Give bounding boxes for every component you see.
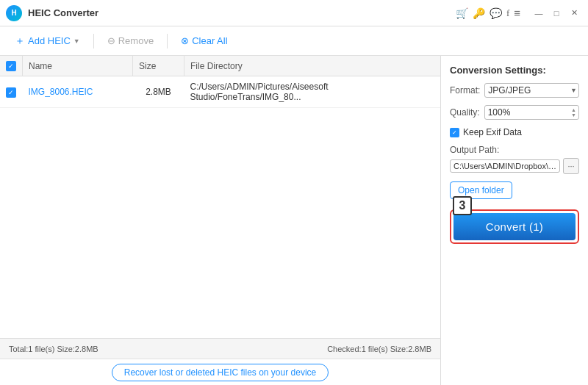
- convert-button[interactable]: Convert (1): [453, 213, 576, 240]
- format-label: Format:: [450, 85, 480, 96]
- step-badge: 3: [453, 196, 472, 215]
- title-bar: H HEIC Converter 🛒 🔑 💬 f ≡ — □ ✕: [0, 0, 588, 26]
- header-check: ✓: [0, 56, 23, 76]
- toolbar: ＋ Add HEIC ▼ ⊖ Remove ⊗ Clear All: [0, 26, 588, 56]
- quality-row: Quality: ▲ ▼: [450, 105, 579, 120]
- status-total: Total:1 file(s) Size:2.8MB: [9, 345, 98, 353]
- status-checked: Checked:1 file(s) Size:2.8MB: [327, 345, 431, 353]
- row-size: 2.8MB: [133, 76, 184, 108]
- quality-wrapper: ▲ ▼: [484, 105, 579, 120]
- menu-icon[interactable]: ≡: [514, 7, 520, 19]
- minimize-button[interactable]: —: [531, 5, 547, 21]
- add-heic-label: Add HEIC: [28, 35, 71, 46]
- add-heic-button[interactable]: ＋ Add HEIC ▼: [9, 32, 86, 51]
- app-logo: H: [6, 5, 22, 21]
- quality-spinners: ▲ ▼: [570, 105, 578, 120]
- row-checkbox-cell: ✓: [0, 76, 23, 108]
- clear-all-label: Clear All: [192, 35, 227, 46]
- remove-icon: ⊖: [107, 35, 115, 46]
- output-path-row: C:\Users\ADMIN\Dropbox\PC\ ···: [450, 158, 579, 174]
- maximize-button[interactable]: □: [548, 5, 564, 21]
- file-list-body: ✓ Name Size File Directory: [0, 56, 440, 338]
- browse-path-button[interactable]: ···: [563, 158, 579, 174]
- window-controls: — □ ✕: [531, 5, 582, 21]
- facebook-icon[interactable]: f: [506, 7, 509, 19]
- key-icon[interactable]: 🔑: [473, 7, 485, 19]
- keep-exif-row: ✓ Keep Exif Data: [450, 127, 579, 137]
- output-path-label: Output Path:: [450, 145, 579, 155]
- remove-button[interactable]: ⊖ Remove: [101, 32, 159, 49]
- remove-label: Remove: [118, 35, 154, 46]
- quality-down-icon[interactable]: ▼: [570, 112, 578, 118]
- file-area: ✓ Name Size File Directory: [0, 56, 441, 385]
- clear-all-button[interactable]: ⊗ Clear All: [175, 32, 233, 49]
- main-content: ✓ Name Size File Directory: [0, 56, 588, 385]
- keep-exif-checkbox[interactable]: ✓: [450, 128, 459, 137]
- add-icon: ＋: [15, 35, 25, 48]
- row-name: IMG_8006.HEIC: [23, 76, 133, 108]
- format-select-wrapper: JPG/JPEG PNG PDF GIF BMP ▼: [484, 83, 579, 98]
- dropdown-arrow-icon: ▼: [74, 37, 80, 45]
- chat-icon[interactable]: 💬: [490, 7, 502, 19]
- row-checkbox[interactable]: ✓: [6, 87, 16, 98]
- table-header-row: ✓ Name Size File Directory: [0, 56, 440, 76]
- table-row: ✓ IMG_8006.HEIC 2.8MB C:/Users/ADMIN/Pic…: [0, 76, 440, 108]
- close-button[interactable]: ✕: [566, 5, 582, 21]
- quality-label: Quality:: [450, 107, 480, 118]
- quality-input[interactable]: [484, 105, 579, 120]
- title-bar-icons: 🛒 🔑 💬 f ≡ — □ ✕: [456, 5, 582, 21]
- output-path-section: Output Path: C:\Users\ADMIN\Dropbox\PC\ …: [450, 145, 579, 174]
- header-size: Size: [133, 56, 184, 76]
- cart-icon[interactable]: 🛒: [456, 7, 468, 19]
- row-directory: C:/Users/ADMIN/Pictures/Aiseesoft Studio…: [184, 76, 441, 108]
- toolbar-divider-2: [167, 34, 168, 48]
- convert-area: 3 Convert (1): [450, 209, 579, 244]
- header-directory: File Directory: [184, 56, 441, 76]
- format-row: Format: JPG/JPEG PNG PDF GIF BMP ▼: [450, 83, 579, 98]
- recover-button[interactable]: Recover lost or deleted HEIC files on yo…: [112, 364, 329, 381]
- quality-up-icon[interactable]: ▲: [570, 107, 578, 112]
- file-table: ✓ Name Size File Directory: [0, 56, 440, 108]
- header-checkbox[interactable]: ✓: [6, 61, 16, 71]
- settings-panel: Conversion Settings: Format: JPG/JPEG PN…: [441, 56, 588, 385]
- status-bar: Total:1 file(s) Size:2.8MB Checked:1 fil…: [0, 338, 440, 359]
- clear-icon: ⊗: [181, 35, 189, 46]
- header-name: Name: [23, 56, 133, 76]
- recover-bar: Recover lost or deleted HEIC files on yo…: [0, 359, 440, 385]
- settings-title: Conversion Settings:: [450, 65, 579, 76]
- format-select[interactable]: JPG/JPEG PNG PDF GIF BMP: [484, 83, 579, 98]
- output-path-text: C:\Users\ADMIN\Dropbox\PC\: [450, 159, 560, 173]
- keep-exif-label: Keep Exif Data: [463, 127, 522, 137]
- app-title: HEIC Converter: [28, 7, 98, 18]
- toolbar-divider-1: [93, 34, 94, 48]
